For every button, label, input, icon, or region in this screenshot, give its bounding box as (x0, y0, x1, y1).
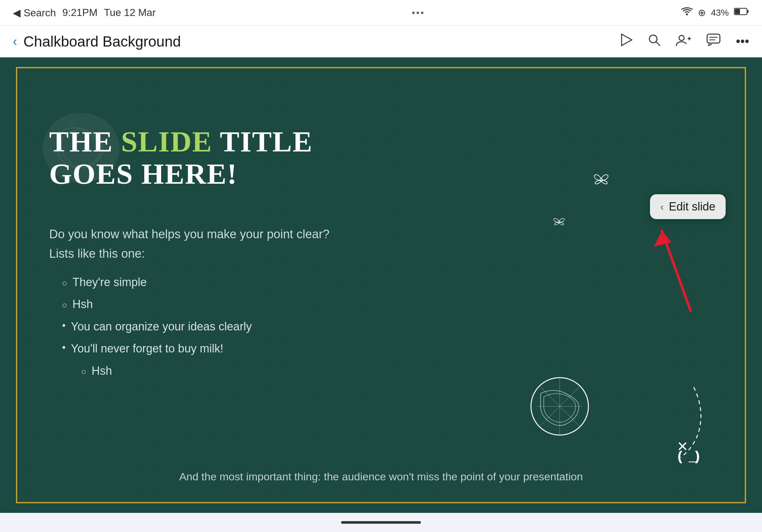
list-item: You'll never forget to buy milk! (62, 339, 521, 358)
list-item: Hsh (62, 362, 521, 380)
slide-list: They're simple Hsh You can organize your… (49, 273, 521, 380)
butterfly-icon-2 (552, 215, 566, 232)
svg-rect-10 (707, 34, 720, 43)
slide-title: THE SLIDE TITLE GOES HERE! (49, 126, 553, 190)
title-word-slide: SLIDE (121, 125, 212, 158)
back-button[interactable]: ‹ (13, 34, 17, 48)
status-date: Tue 12 Mar (104, 7, 156, 19)
svg-marker-4 (622, 34, 632, 46)
status-left: ◀ Search 9:21PM Tue 12 Mar (13, 7, 156, 19)
home-bar (341, 521, 421, 524)
search-back[interactable]: ◀ Search (13, 7, 56, 19)
more-button[interactable]: ••• (736, 34, 749, 48)
search-button[interactable] (648, 33, 660, 49)
butterfly-icon-1 (592, 170, 611, 193)
svg-line-6 (656, 42, 660, 46)
status-right: ⊕ 43% (681, 7, 749, 18)
list-item: You can organize your ideas clearly (62, 317, 521, 336)
wifi-icon (681, 7, 693, 18)
slide-title-line1: THE SLIDE TITLE (49, 126, 553, 158)
svg-point-0 (686, 13, 688, 15)
title-word-the: THE (49, 125, 121, 158)
edit-slide-popup[interactable]: ‹ Edit slide (650, 194, 725, 219)
play-button[interactable] (621, 33, 633, 49)
battery-text: 43% (711, 8, 729, 18)
main-area: THE SLIDE TITLE GOES HERE! Do you know w… (0, 57, 762, 513)
list-item: Hsh (62, 295, 521, 313)
list-item: They're simple (62, 273, 521, 292)
slide-canvas: THE SLIDE TITLE GOES HERE! Do you know w… (16, 67, 746, 503)
svg-text:(: ( (678, 449, 682, 463)
nav-actions: ••• (621, 33, 749, 49)
home-indicator (0, 513, 762, 532)
edit-slide-back-icon[interactable]: ‹ (660, 201, 664, 213)
intro-line2: Lists like this one: (49, 247, 145, 260)
slide-title-line2: GOES HERE! (49, 158, 553, 190)
battery-icon (734, 7, 749, 18)
svg-text:): ) (695, 449, 700, 463)
intro-line1: Do you know what helps you make your poi… (49, 228, 330, 241)
comment-button[interactable] (707, 33, 721, 49)
red-arrow (636, 218, 707, 315)
add-person-button[interactable] (676, 33, 691, 49)
title-word-title: TITLE (212, 125, 313, 158)
signal-icon: ⊕ (698, 7, 706, 18)
slide-body: Do you know what helps you make your poi… (49, 225, 521, 384)
page-title: Chalkboard Background (23, 33, 621, 50)
nav-bar: ‹ Chalkboard Background (0, 26, 762, 57)
status-time: 9:21PM (62, 7, 97, 19)
status-bar: ◀ Search 9:21PM Tue 12 Mar ••• ⊕ 43% (0, 0, 762, 26)
deco-circle (528, 374, 592, 438)
deco-curve: ( _ ) (630, 381, 725, 477)
svg-rect-3 (735, 9, 740, 14)
slide-footer: And the most important thing: the audien… (49, 470, 713, 483)
svg-marker-27 (654, 231, 671, 247)
svg-point-7 (679, 35, 684, 40)
svg-rect-2 (747, 10, 749, 13)
intro-text: Do you know what helps you make your poi… (49, 225, 521, 263)
status-dots: ••• (412, 8, 425, 18)
edit-slide-label[interactable]: Edit slide (669, 200, 716, 213)
